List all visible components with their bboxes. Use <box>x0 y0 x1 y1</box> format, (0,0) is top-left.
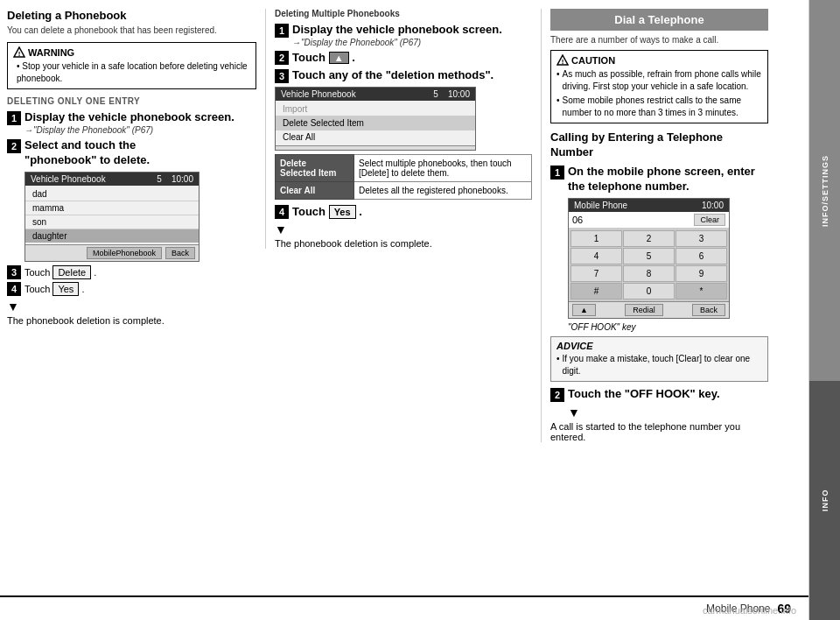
right-arrow: ▼ <box>568 405 768 419</box>
table-cell-method-desc: Select multiple phonebooks, then touch [… <box>354 154 532 181</box>
left-step-4: 4 Touch Yes . <box>7 282 256 296</box>
mid-step-number-2: 2 <box>275 51 289 65</box>
svg-text:!: ! <box>18 50 21 58</box>
mid-step-number-1: 1 <box>275 24 289 38</box>
screen-list-item-3: son <box>25 215 199 229</box>
off-hook-label: "OFF HOOK" key <box>568 322 768 332</box>
screen-body-left: dad mamma son daughter <box>25 186 199 244</box>
mid-screen-footer <box>276 145 475 150</box>
warning-box: ! WARNING • Stop your vehicle in a safe … <box>7 42 256 89</box>
screen-list-item-4: daughter <box>25 229 199 243</box>
table-header-method: DeleteSelected Item <box>276 154 354 181</box>
dial-subtitle: There are a number of ways to make a cal… <box>550 35 768 45</box>
mid-screen-body: Import Delete Selected Item Clear All <box>276 101 475 145</box>
caution-triangle-icon: ! <box>556 54 569 66</box>
deletion-methods-table: DeleteSelected Item Select multiple phon… <box>275 154 532 200</box>
left-step-3: 3 Touch Delete . <box>7 265 256 279</box>
advice-title: ADVICE <box>556 341 762 351</box>
right-completion-text: A call is started to the telephone numbe… <box>550 421 768 442</box>
screen-header-left: Vehicle Phonebook 5 10:00 <box>25 173 199 186</box>
advice-box: ADVICE •If you make a mistake, touch [Cl… <box>550 336 768 382</box>
left-step-2: 2 Select and touch the"phonebook" to del… <box>7 138 256 168</box>
step-number-3: 3 <box>7 265 21 279</box>
right-step-2: 2 Touch the "OFF HOOK" key. <box>550 387 768 402</box>
subsection-label-left: Deleting Only One Entry <box>7 96 256 106</box>
caution-title: ! CAUTION <box>556 54 762 66</box>
screen-list-item-1: dad <box>25 187 199 201</box>
mobile-header: Mobile Phone 10:00 <box>569 199 729 212</box>
warning-text: • Stop your vehicle in a safe location b… <box>13 60 250 85</box>
dial-header: Dial a Telephone <box>550 9 768 31</box>
screen-footer-left: MobilePhonebook Back <box>25 244 199 261</box>
mid-step-4: 4 Touch Yes . <box>275 205 532 219</box>
mid-step-number-3: 3 <box>275 69 289 83</box>
warning-triangle-icon: ! <box>13 46 25 58</box>
mid-arrow: ▼ <box>275 222 532 236</box>
right-step-1: 1 On the mobile phone screen, enter the … <box>550 165 768 194</box>
warning-title: ! WARNING <box>13 46 250 58</box>
mid-step-3: 3 Touch any of the "deletion methods". <box>275 68 532 83</box>
svg-text:!: ! <box>562 58 564 66</box>
step-1-content: Display the vehicle phonebook screen. →"… <box>24 110 234 135</box>
step-number-1: 1 <box>7 111 21 125</box>
step-number-4: 4 <box>7 282 21 296</box>
mobile-footer: ▲ Redial Back <box>569 301 729 318</box>
mid-step-1-content: Display the vehicle phonebook screen. →"… <box>292 23 502 47</box>
mid-screen-header: Vehicle Phonebook 5 10:00 <box>276 88 475 101</box>
left-step-1: 1 Display the vehicle phonebook screen. … <box>7 110 256 135</box>
right-step-number-2: 2 <box>550 388 564 402</box>
mid-screen-mockup: Vehicle Phonebook 5 10:00 Import Delete … <box>275 87 476 151</box>
left-arrow: ▼ <box>7 299 256 314</box>
mid-step-1: 1 Display the vehicle phonebook screen. … <box>275 23 532 47</box>
table-header-clearall: Clear All <box>276 181 354 199</box>
table-cell-clearall-desc: Deletes all the registered phonebooks. <box>354 181 532 199</box>
left-screen-mockup: Vehicle Phonebook 5 10:00 dad mamma son … <box>24 172 200 262</box>
step-number-2: 2 <box>7 139 21 153</box>
sidebar-tab-info: INFO <box>809 381 840 620</box>
del-multiple-label: Deleting Multiple Phonebooks <box>275 9 532 18</box>
calling-title: Calling by Entering a Telephone Number <box>550 130 768 160</box>
step-2-content: Select and touch the"phonebook" to delet… <box>24 138 150 168</box>
caution-bullet-1: •As much as possible, refrain from phone… <box>556 68 762 93</box>
screen-list-item-2: mamma <box>25 201 199 215</box>
caution-bullet-2: •Some mobile phones restrict calls to th… <box>556 95 762 119</box>
sidebar-tab-info-settings: INFO/SETTINGS <box>809 0 840 381</box>
mid-completion-text: The phonebook deletion is complete. <box>275 238 532 249</box>
caution-box: ! CAUTION •As much as possible, refrain … <box>550 50 768 123</box>
watermark: carmanualsonline.info <box>703 605 796 616</box>
left-section-subtitle: You can delete a phonebook that has been… <box>7 25 256 37</box>
mid-step-number-4: 4 <box>275 205 289 219</box>
mobile-keypad: 1 2 3 4 5 6 7 8 9 # 0 * <box>569 229 729 301</box>
left-completion-text: The phonebook deletion is complete. <box>7 315 256 326</box>
advice-text: •If you make a mistake, touch [Clear] to… <box>556 353 762 377</box>
mid-step-2: 2 Touch ▲ . <box>275 51 532 65</box>
right-step-number-1: 1 <box>550 166 564 180</box>
mobile-input-area: 06 Clear <box>569 212 729 229</box>
left-section-title: Deleting a Phonebook <box>7 9 256 22</box>
mobile-screen: Mobile Phone 10:00 06 Clear 1 2 3 4 5 6 … <box>568 198 730 319</box>
